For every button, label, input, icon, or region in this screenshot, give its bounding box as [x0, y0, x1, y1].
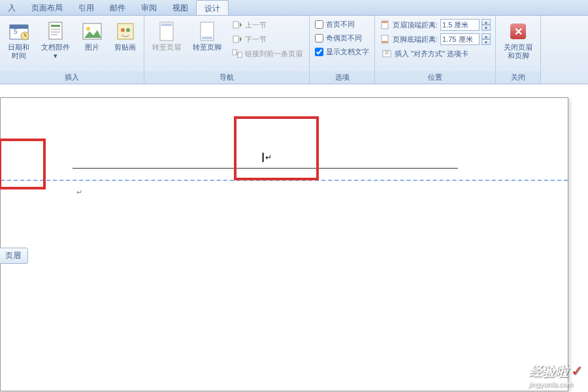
- svg-rect-17: [161, 24, 172, 26]
- paragraph-mark: ↵: [76, 188, 82, 197]
- prev-icon: [232, 20, 242, 30]
- svg-rect-7: [51, 25, 60, 27]
- svg-point-15: [126, 28, 130, 32]
- spin-up[interactable]: ▲: [482, 19, 491, 25]
- svg-rect-21: [233, 36, 238, 42]
- group-close: ✕ 关闭页眉 和页脚 关闭: [496, 16, 541, 84]
- goto-footer-button[interactable]: 转至页脚: [189, 18, 225, 54]
- watermark: 经验啦 ✓ jingyanla.com: [529, 363, 583, 388]
- first-page-diff-checkbox[interactable]: 首页不同: [314, 18, 370, 31]
- svg-rect-8: [51, 29, 60, 30]
- tab-view[interactable]: 视图: [165, 0, 196, 15]
- picture-icon: [82, 21, 103, 42]
- header-tag-label: 页眉: [0, 248, 28, 264]
- svg-rect-23: [238, 52, 242, 57]
- link-icon: [232, 48, 242, 59]
- docparts-icon: [45, 21, 66, 42]
- footer-distance-icon: [380, 34, 390, 44]
- clipart-button[interactable]: 剪贴画: [110, 18, 140, 54]
- picture-button[interactable]: 图片: [78, 18, 106, 54]
- show-doc-text-checkbox[interactable]: 显示文档文字: [314, 46, 370, 58]
- svg-rect-27: [382, 41, 387, 42]
- svg-rect-20: [233, 22, 238, 28]
- svg-rect-22: [233, 50, 237, 55]
- group-options: 首页不同 奇偶页不同 显示文档文字 选项: [310, 16, 375, 84]
- svg-text:5: 5: [14, 28, 18, 35]
- tab-insert[interactable]: 入: [0, 0, 24, 15]
- svg-rect-19: [202, 37, 212, 39]
- svg-point-12: [86, 27, 90, 31]
- svg-rect-9: [51, 31, 60, 33]
- clipart-icon: [115, 21, 136, 42]
- header-distance-icon: [380, 20, 390, 30]
- next-icon: [232, 34, 242, 44]
- svg-rect-6: [49, 22, 62, 39]
- annotation-box-1: [0, 139, 46, 189]
- spin-down[interactable]: ▼: [482, 39, 491, 45]
- svg-rect-10: [51, 34, 57, 35]
- spin-down[interactable]: ▼: [482, 25, 491, 31]
- docparts-button[interactable]: 文档部件▾: [37, 18, 74, 63]
- group-position: 页眉顶端距离: 1.5 厘米 ▲▼ 页脚底端距离: 1.75 厘米 ▲▼ 插入 …: [375, 16, 496, 84]
- svg-rect-25: [382, 22, 387, 23]
- annotation-box-2: [234, 116, 319, 180]
- header-distance-input[interactable]: 1.5 厘米: [440, 19, 480, 31]
- group-insert: 5 日期和 时间 文档部件▾ 图片 剪贴画: [0, 16, 144, 84]
- close-icon: ✕: [510, 24, 526, 39]
- spin-up[interactable]: ▲: [482, 33, 491, 39]
- close-header-footer-button[interactable]: ✕ 关闭页眉 和页脚: [500, 18, 536, 63]
- goto-header-button[interactable]: 转至页眉: [148, 18, 185, 54]
- datetime-button[interactable]: 5 日期和 时间: [4, 18, 33, 63]
- align-tab-icon: [382, 48, 392, 59]
- footer-distance-label: 页脚底端距离:: [393, 35, 438, 44]
- next-section-button[interactable]: 下一节: [229, 33, 305, 46]
- insert-align-tab-button[interactable]: 插入 "对齐方式" 选项卡: [379, 47, 491, 60]
- tab-mail[interactable]: 邮件: [102, 0, 133, 15]
- tab-layout[interactable]: 页面布局: [24, 0, 71, 15]
- group-navigation: 转至页眉 转至页脚 上一节 下一节 链接到前一条页眉: [144, 16, 310, 84]
- footer-distance-input[interactable]: 1.75 厘米: [440, 33, 480, 45]
- link-previous-button[interactable]: 链接到前一条页眉: [229, 47, 305, 60]
- calendar-icon: 5: [8, 21, 29, 42]
- tab-review[interactable]: 审阅: [133, 0, 165, 15]
- footer-icon: [197, 21, 218, 42]
- tab-references[interactable]: 引用: [71, 0, 102, 15]
- tab-design[interactable]: 设计: [196, 0, 229, 15]
- svg-point-14: [121, 28, 125, 32]
- header-distance-label: 页眉顶端距离:: [393, 20, 438, 30]
- odd-even-diff-checkbox[interactable]: 奇偶页不同: [314, 32, 370, 44]
- prev-section-button[interactable]: 上一节: [229, 18, 305, 31]
- header-icon: [156, 21, 177, 42]
- svg-rect-1: [10, 25, 28, 29]
